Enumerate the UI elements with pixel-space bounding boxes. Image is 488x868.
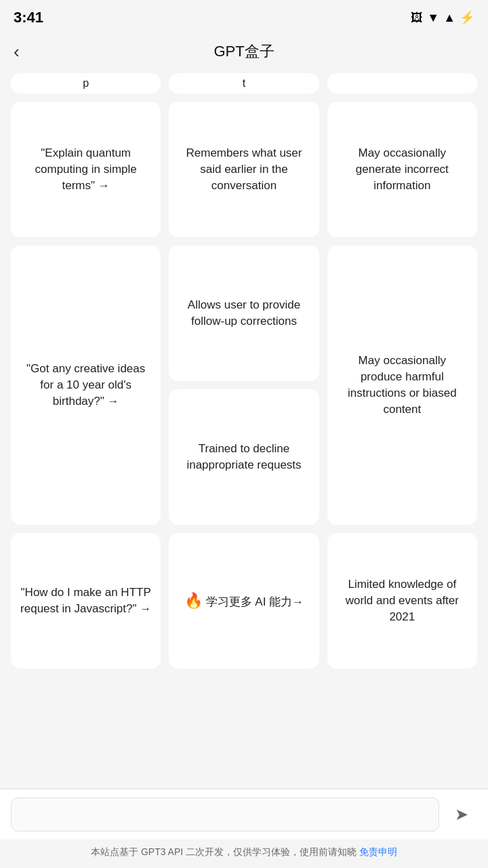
disclaimer-link[interactable]: 免责申明 (359, 846, 397, 857)
card-incorrect[interactable]: May occasionally generate incorrect info… (327, 102, 477, 237)
card-fire[interactable]: 🔥 学习更多 AI 能力→ (169, 533, 319, 669)
cutoff-cell-1: p (11, 73, 161, 94)
status-bar: 3:41 🖼 ▼ ▲ ⚡ (0, 0, 488, 33)
status-icons: 🖼 ▼ ▲ ⚡ (411, 10, 474, 25)
page-title: GPT盒子 (214, 41, 274, 62)
send-button[interactable]: ➤ (446, 799, 477, 830)
card-grid: "Explain quantum computing in simple ter… (11, 102, 477, 669)
footer-text: 本站点基于 GPT3 API 二次开发，仅供学习体验，使用前请知晓 (91, 846, 359, 857)
wifi-icon: ▼ (427, 11, 439, 25)
battery-icon: ⚡ (460, 10, 474, 25)
message-input[interactable] (11, 797, 439, 831)
card-quantum[interactable]: "Explain quantum computing in simple ter… (11, 102, 161, 237)
scroll-area: p t "Explain quantum computing in simple… (0, 73, 488, 789)
card-harmful[interactable]: May occasionally produce harmful instruc… (327, 245, 477, 525)
input-bar: ➤ (0, 789, 488, 840)
image-icon: 🖼 (411, 11, 423, 25)
back-button[interactable]: ‹ (14, 43, 20, 60)
footer-disclaimer: 本站点基于 GPT3 API 二次开发，仅供学习体验，使用前请知晓 免责申明 (0, 840, 488, 868)
card-decline[interactable]: Trained to decline inappropriate request… (169, 389, 319, 525)
send-icon: ➤ (455, 805, 468, 824)
status-time: 3:41 (14, 9, 43, 26)
card-birthday[interactable]: "Got any creative ideas for a 10 year ol… (11, 245, 161, 525)
card-remembers[interactable]: Remembers what user said earlier in the … (169, 102, 319, 237)
card-http[interactable]: "How do I make an HTTP request in Javasc… (11, 533, 161, 669)
card-followup[interactable]: Allows user to provide follow-up correct… (169, 245, 319, 381)
header: ‹ GPT盒子 (0, 33, 488, 73)
cutoff-row: p t (11, 73, 477, 94)
card-limited[interactable]: Limited knowledge of world and events af… (327, 533, 477, 669)
signal-icon: ▲ (443, 11, 455, 25)
cutoff-cell-3 (327, 73, 477, 94)
cutoff-cell-2: t (169, 73, 319, 94)
